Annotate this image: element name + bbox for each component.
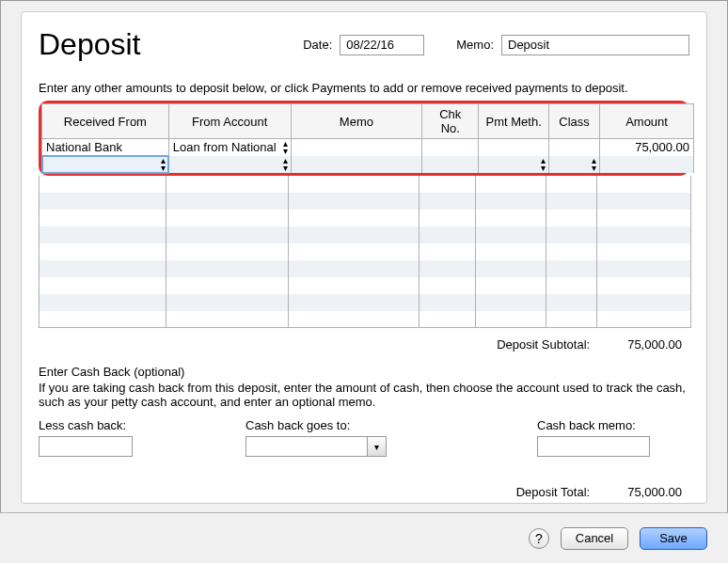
footer-bar: ? Cancel Save [0,512,728,563]
header-row: Deposit Date: Memo: [39,27,689,62]
chevron-updown-icon[interactable] [161,157,166,172]
chevron-down-icon[interactable]: ▾ [367,437,386,456]
cell-received-from[interactable]: National Bank [42,139,169,156]
cell-amount[interactable]: 75,000.00 [600,139,694,156]
deposit-grid-body [39,176,691,329]
chevron-updown-icon[interactable] [283,157,288,172]
cell-from-account[interactable] [168,156,291,173]
less-cash-back-label: Less cash back: [39,418,133,432]
cell-class[interactable] [549,139,600,156]
cell-amount[interactable] [600,156,694,173]
cell-chk-no[interactable] [422,139,479,156]
table-row[interactable] [40,210,691,227]
cell-memo[interactable] [291,156,422,173]
memo-label: Memo: [456,38,494,52]
help-button[interactable]: ? [529,528,549,549]
table-row[interactable] [40,193,691,210]
page-title: Deposit [39,27,295,62]
col-amount[interactable]: Amount [600,104,694,139]
chevron-updown-icon[interactable] [592,157,596,172]
col-received-from[interactable]: Received From [42,104,169,139]
cell-received-from-active[interactable] [42,156,169,173]
subtotal-row: Deposit Subtotal: 75,000.00 [39,337,689,352]
col-pmt-meth[interactable]: Pmt Meth. [479,104,549,139]
cash-back-goes-to-select[interactable]: ▾ [245,436,387,457]
save-button[interactable]: Save [640,527,707,550]
table-row[interactable] [40,277,691,294]
instruction-text: Enter any other amounts to deposit below… [39,81,689,95]
cashback-desc: If you are taking cash back from this de… [39,381,689,409]
cell-from-account-text: Loan from National [173,140,277,154]
cashback-row: Less cash back: Cash back goes to: ▾ Cas… [39,418,689,457]
col-class[interactable]: Class [549,104,600,139]
less-cash-back-input[interactable] [39,436,133,457]
cancel-button[interactable]: Cancel [561,527,628,550]
deposit-grid-header: Received From From Account Memo Chk No. … [41,103,694,173]
table-row[interactable] [40,311,691,328]
cell-class[interactable] [549,156,600,173]
cash-back-memo-label: Cash back memo: [537,418,650,432]
cashback-title: Enter Cash Back (optional) [39,365,689,379]
total-label: Deposit Total: [516,485,591,499]
cell-memo[interactable] [291,139,422,156]
memo-input[interactable] [501,35,689,55]
table-row[interactable] [42,156,694,173]
cell-from-account[interactable]: Loan from National [168,139,291,156]
table-row[interactable] [40,294,691,311]
chevron-updown-icon[interactable] [541,157,546,172]
table-row[interactable] [40,176,691,193]
highlight-frame: Received From From Account Memo Chk No. … [39,101,689,176]
chevron-updown-icon[interactable] [283,140,288,155]
deposit-panel: Deposit Date: Memo: Enter any other amou… [21,11,707,504]
col-memo[interactable]: Memo [291,104,422,139]
cash-back-goes-to-label: Cash back goes to: [245,418,387,432]
col-from-account[interactable]: From Account [168,104,291,139]
table-row[interactable] [40,227,691,243]
date-label: Date: [303,38,332,52]
cell-pmt-meth[interactable] [479,156,549,173]
table-row[interactable] [40,243,691,260]
subtotal-value: 75,000.00 [627,337,682,352]
date-input[interactable] [340,35,424,55]
cell-chk-no[interactable] [422,156,479,173]
table-row[interactable]: National Bank Loan from National 75,000.… [42,139,694,156]
table-row[interactable] [40,260,691,277]
col-chk-no[interactable]: Chk No. [422,104,479,139]
subtotal-label: Deposit Subtotal: [497,337,590,352]
cash-back-memo-input[interactable] [537,436,650,457]
total-row: Deposit Total: 75,000.00 [39,485,689,499]
total-value: 75,000.00 [627,485,682,499]
cell-pmt-meth[interactable] [479,139,549,156]
